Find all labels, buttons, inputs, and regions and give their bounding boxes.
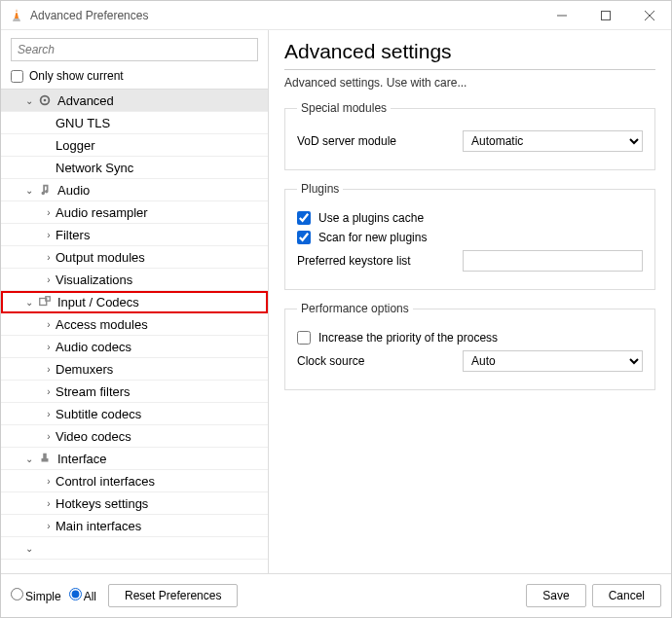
tree-node-output-modules[interactable]: ›Output modules (1, 246, 268, 269)
all-radio[interactable] (69, 588, 82, 600)
tree-node-access-modules[interactable]: ›Access modules (1, 313, 268, 336)
chevron-right-icon: › (42, 521, 56, 531)
chevron-down-icon: ⌄ (22, 297, 36, 308)
chevron-right-icon: › (42, 498, 56, 509)
chevron-right-icon: › (42, 386, 56, 397)
tree-node-subtitle-codecs[interactable]: ›Subtitle codecs (1, 403, 268, 425)
tree-label: Interface (57, 452, 107, 466)
plugins-group: Plugins Use a plugins cache Scan for new… (284, 182, 655, 290)
scan-new-plugins-label: Scan for new plugins (318, 231, 427, 244)
tree-node-input-codecs[interactable]: ⌄ Input / Codecs (1, 291, 268, 313)
tree-label: Advanced (57, 93, 114, 108)
tree-node-logger[interactable]: Logger (1, 134, 268, 157)
tree-node-audio-resampler[interactable]: ›Audio resampler (1, 201, 268, 224)
show-settings-simple[interactable]: Simple (11, 588, 61, 603)
svg-rect-8 (46, 297, 50, 301)
chevron-right-icon: › (42, 409, 56, 419)
maximize-button[interactable] (583, 1, 627, 30)
tree-node-audio-codecs[interactable]: ›Audio codecs (1, 336, 268, 358)
tree-node-network-sync[interactable]: Network Sync (1, 157, 268, 179)
close-button[interactable] (627, 1, 671, 30)
chevron-right-icon: › (42, 274, 56, 285)
chevron-right-icon: › (42, 476, 56, 487)
page-title: Advanced settings (284, 40, 655, 70)
settings-tree[interactable]: ⌄ Advanced GNU TLS Logger Network Sync ⌄… (1, 89, 268, 573)
page-subtitle: Advanced settings. Use with care... (284, 76, 655, 90)
tree-node-more[interactable]: ⌄ (1, 537, 268, 560)
chevron-down-icon: ⌄ (22, 543, 36, 554)
tree-node-gnutls[interactable]: GNU TLS (1, 112, 268, 134)
use-plugins-cache-label: Use a plugins cache (318, 211, 424, 225)
reset-preferences-button[interactable]: Reset Preferences (108, 584, 238, 607)
settings-page: Advanced settings Advanced settings. Use… (269, 30, 671, 573)
only-show-current[interactable]: Only show current (1, 65, 268, 89)
music-note-icon (36, 181, 54, 199)
scan-new-plugins-checkbox[interactable] (297, 231, 311, 244)
only-show-current-checkbox[interactable] (11, 70, 23, 83)
left-panel: Only show current ⌄ Advanced GNU TLS Log… (1, 30, 269, 573)
cancel-button[interactable]: Cancel (592, 584, 661, 607)
tree-node-control-interfaces[interactable]: ›Control interfaces (1, 470, 268, 492)
special-modules-group: Special modules VoD server module Automa… (284, 101, 655, 170)
save-button[interactable]: Save (526, 584, 585, 607)
clock-source-select[interactable]: Auto (463, 350, 643, 372)
tree-node-video-codecs[interactable]: ›Video codecs (1, 425, 268, 448)
generic-icon (36, 539, 54, 557)
chevron-right-icon: › (42, 431, 56, 442)
tree-label: Input / Codecs (57, 295, 139, 309)
svg-rect-9 (43, 454, 47, 458)
group-legend: Special modules (297, 101, 391, 115)
chevron-down-icon: ⌄ (22, 95, 36, 106)
search-input[interactable] (11, 38, 258, 61)
brush-icon (36, 450, 54, 467)
gear-icon (36, 91, 54, 109)
tree-node-visualizations[interactable]: ›Visualizations (1, 269, 268, 291)
group-legend: Performance options (297, 302, 413, 315)
vod-server-label: VoD server module (297, 134, 463, 148)
tree-node-interface[interactable]: ⌄ Interface (1, 448, 268, 470)
chevron-down-icon: ⌄ (22, 454, 36, 464)
tree-node-filters[interactable]: ›Filters (1, 224, 268, 246)
show-settings-all[interactable]: All (69, 588, 96, 603)
tree-node-main-interfaces[interactable]: ›Main interfaces (1, 515, 268, 537)
tree-node-advanced[interactable]: ⌄ Advanced (1, 90, 268, 112)
keystore-list-input[interactable] (463, 250, 643, 272)
footer: Simple All Reset Preferences Save Cancel (1, 573, 671, 617)
input-codecs-icon (36, 293, 54, 310)
tree-node-hotkeys-settings[interactable]: ›Hotkeys settings (1, 492, 268, 515)
svg-rect-0 (16, 12, 18, 13)
minimize-button[interactable] (540, 1, 583, 30)
tree-node-stream-filters[interactable]: ›Stream filters (1, 381, 268, 403)
tree-label: Audio (57, 183, 90, 198)
increase-priority-label: Increase the priority of the process (318, 331, 498, 345)
window-title: Advanced Preferences (30, 9, 148, 22)
vod-server-select[interactable]: Automatic (463, 130, 643, 152)
titlebar: Advanced Preferences (1, 1, 671, 30)
use-plugins-cache-checkbox[interactable] (297, 211, 311, 225)
chevron-right-icon: › (42, 364, 56, 375)
performance-options-group: Performance options Increase the priorit… (284, 302, 655, 390)
keystore-list-label: Preferred keystore list (297, 254, 463, 268)
chevron-down-icon: ⌄ (22, 185, 36, 196)
app-icon (9, 8, 24, 23)
only-show-current-label: Only show current (29, 69, 124, 83)
svg-rect-2 (601, 12, 610, 20)
chevron-right-icon: › (42, 230, 56, 240)
simple-radio[interactable] (11, 588, 23, 600)
chevron-right-icon: › (42, 319, 56, 330)
tree-node-audio[interactable]: ⌄ Audio (1, 179, 268, 201)
increase-priority-checkbox[interactable] (297, 331, 311, 345)
group-legend: Plugins (297, 182, 343, 196)
clock-source-label: Clock source (297, 354, 463, 368)
svg-point-6 (44, 99, 47, 102)
chevron-right-icon: › (42, 342, 56, 352)
chevron-right-icon: › (42, 207, 56, 218)
window-controls (540, 1, 671, 30)
tree-node-demuxers[interactable]: ›Demuxers (1, 358, 268, 381)
chevron-right-icon: › (42, 252, 56, 263)
